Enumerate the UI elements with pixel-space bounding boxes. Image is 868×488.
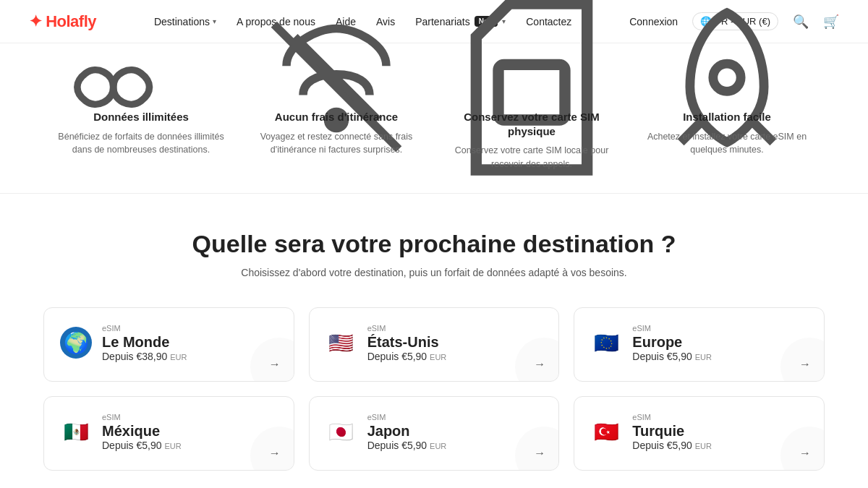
flag-mexico: 🇲🇽 [60, 416, 92, 448]
svg-point-3 [713, 64, 741, 91]
nav-link-destinations[interactable]: Destinations [154, 16, 210, 27]
features-section: Données illimitées Bénéficiez de forfait… [0, 43, 868, 194]
card-price: Depuis €5,90 EUR [367, 351, 447, 362]
card-arrow-icon: → [534, 358, 545, 371]
card-name: Japon [367, 423, 447, 440]
feature-install: Installation facile Achetez et installez… [629, 72, 825, 171]
feature-unlimited-desc: Bénéficiez de forfaits de données illimi… [58, 130, 224, 158]
flag-turkey: 🇹🇷 [590, 416, 622, 448]
card-name: Le Monde [102, 334, 187, 351]
card-arrow-icon: → [799, 447, 811, 460]
destination-subheading: Choisissez d'abord votre destination, pu… [43, 267, 825, 278]
chevron-down-icon: ▾ [213, 17, 216, 25]
flag-europe: 🇪🇺 [590, 327, 622, 359]
card-name: Méxique [102, 423, 182, 440]
nav-destinations[interactable]: Destinations ▾ [154, 16, 216, 27]
card-price: Depuis €5,90 EUR [632, 440, 712, 451]
card-esim-label: eSIM [102, 413, 182, 421]
card-price: Depuis €5,90 EUR [632, 351, 712, 362]
feature-no-roaming: Aucun frais d'itinérance Voyagez et rest… [239, 72, 434, 171]
card-esim-label: eSIM [632, 413, 712, 421]
cards-grid: 🌍 eSIM Le Monde Depuis €38,90 EUR → 🇺🇸 e… [43, 307, 825, 471]
logo[interactable]: ✦ Holafly [29, 12, 96, 31]
feature-no-roaming-desc: Voyagez et restez connecté sans frais d'… [253, 130, 420, 158]
card-esim-label: eSIM [367, 413, 447, 421]
no-roaming-icon [253, 72, 420, 101]
card-le-monde[interactable]: 🌍 eSIM Le Monde Depuis €38,90 EUR → [43, 307, 294, 382]
card-japon[interactable]: 🇯🇵 eSIM Japon Depuis €5,90 EUR → [309, 396, 560, 471]
card-esim-label: eSIM [367, 324, 447, 333]
card-etats-unis[interactable]: 🇺🇸 eSIM États-Unis Depuis €5,90 EUR → [309, 307, 560, 382]
destination-heading: Quelle sera votre prochaine destination … [43, 230, 825, 258]
card-price: Depuis €5,90 EUR [102, 440, 182, 451]
rocket-icon [644, 72, 810, 101]
card-name: États-Unis [367, 334, 447, 351]
card-esim-label: eSIM [102, 324, 187, 333]
card-arrow-icon: → [269, 358, 281, 371]
card-esim-label: eSIM [632, 324, 712, 333]
flag-japan: 🇯🇵 [326, 416, 357, 448]
feature-sim: Conservez votre carte SIM physique Conse… [434, 72, 629, 171]
feature-unlimited-data: Données illimitées Bénéficiez de forfait… [43, 72, 239, 171]
feature-no-roaming-title: Aucun frais d'itinérance [253, 110, 420, 124]
card-mexique[interactable]: 🇲🇽 eSIM Méxique Depuis €5,90 EUR → [43, 396, 294, 471]
flag-usa: 🇺🇸 [326, 327, 357, 359]
sim-card-icon [448, 72, 615, 101]
card-arrow-icon: → [799, 358, 811, 371]
card-price: Depuis €5,90 EUR [367, 440, 447, 451]
card-arrow-icon: → [534, 447, 545, 460]
card-name: Turquie [632, 423, 712, 440]
destination-section: Quelle sera votre prochaine destination … [0, 194, 868, 489]
card-arrow-icon: → [269, 447, 281, 460]
cart-icon[interactable]: 🛒 [823, 14, 839, 30]
card-price: Depuis €38,90 EUR [102, 351, 187, 362]
card-europe[interactable]: 🇪🇺 eSIM Europe Depuis €5,90 EUR → [574, 307, 825, 382]
card-turquie[interactable]: 🇹🇷 eSIM Turquie Depuis €5,90 EUR → [574, 396, 825, 471]
flag-world: 🌍 [60, 327, 92, 359]
infinity-icon [58, 72, 224, 101]
card-name: Europe [632, 334, 712, 351]
